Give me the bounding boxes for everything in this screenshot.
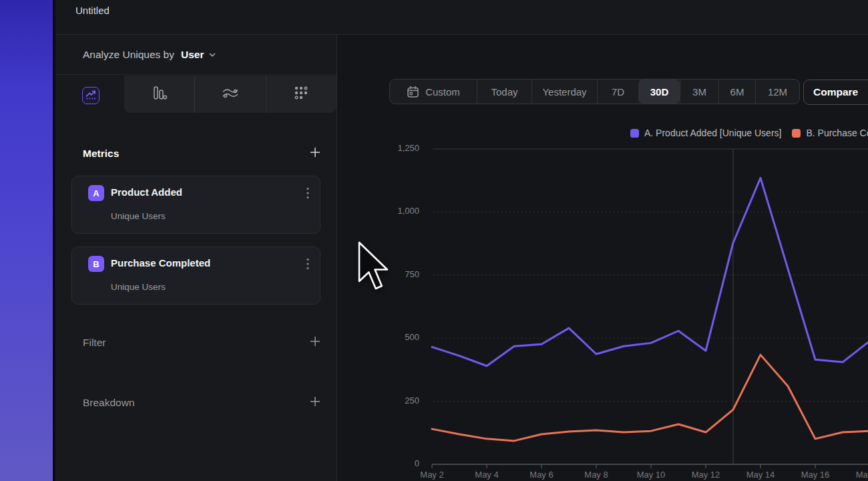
range-button-custom[interactable]: Custom [390,79,477,104]
range-label: 6M [730,86,744,98]
flow-icon [222,85,239,104]
range-button-6m[interactable]: 6M [718,79,755,104]
kebab-menu-icon[interactable] [306,258,309,270]
chart-type-tab-group [124,75,337,113]
range-label: 7D [612,86,624,98]
add-metric-button[interactable] [310,147,320,160]
breakdown-label: Breakdown [83,397,135,409]
legend-item[interactable]: A. Product Added [Unique Users] [630,128,781,138]
tab-grid[interactable] [266,75,337,113]
metric-subtitle: Unique Users [111,211,166,221]
x-axis-label: May 14 [740,470,781,480]
legend-swatch [792,129,801,138]
filter-label: Filter [83,337,105,349]
y-axis-label: 0 [371,458,419,468]
breakdown-section-header: Breakdown [55,393,337,412]
range-label: 12M [768,86,787,98]
x-axis-label: May 4 [467,470,507,480]
tab-bar-chart[interactable] [124,75,194,113]
add-filter-button[interactable] [310,336,320,349]
metric-title: Product Added [111,186,182,198]
metrics-section-header: Metrics [55,144,337,163]
range-button-today[interactable]: Today [477,79,531,104]
kebab-menu-icon[interactable] [306,187,309,199]
x-axis-label: May 8 [576,470,616,480]
brand-gradient-rail [0,0,55,481]
chart-legend: A. Product Added [Unique Users]B. Purcha… [630,128,868,138]
y-axis-label: 1,250 [371,143,419,153]
y-axis-label: 500 [371,332,419,342]
range-label: Today [491,86,517,98]
x-axis-label: May 6 [521,470,562,480]
metric-title: Purchase Completed [111,257,210,269]
y-axis-label: 1,000 [371,206,419,216]
analyze-by-label: Analyze Uniques by [83,49,174,61]
grid-dots-icon [294,86,308,103]
metric-badge-b: B [88,256,104,272]
metric-badge-a: A [88,185,104,201]
line-chart-icon [85,88,97,103]
y-axis-label: 250 [371,395,419,406]
x-axis-label: May 16 [795,470,835,480]
x-axis-label: May 18 [850,470,868,480]
metrics-label: Metrics [83,148,119,160]
legend-item[interactable]: B. Purchase Completed [Unique Users] [792,128,868,138]
legend-label: B. Purchase Completed [Unique Users] [806,128,868,138]
bar-chart-icon [152,85,168,104]
chevron-down-icon[interactable] [208,51,216,59]
tab-flow[interactable] [194,75,265,113]
range-button-yesterday[interactable]: Yesterday [531,79,597,104]
range-label: 3M [692,86,706,98]
sidebar: Analyze Uniques by User [55,35,337,481]
range-label: Custom [425,86,460,98]
analyze-by-value[interactable]: User [181,49,204,61]
range-button-3m[interactable]: 3M [680,79,718,104]
metric-card-b[interactable]: B Purchase Completed Unique Users [71,247,320,305]
add-breakdown-button[interactable] [310,396,320,410]
range-label: 30D [650,86,669,98]
chart-type-tabs [55,75,337,113]
legend-label: A. Product Added [Unique Users] [644,128,781,138]
top-bar: Untitled [55,0,868,35]
tab-line-chart[interactable] [82,87,99,104]
range-button-12m[interactable]: 12M [755,79,799,104]
y-axis-label: 750 [371,269,419,279]
x-axis-label: May 12 [686,470,726,480]
metric-card-a[interactable]: A Product Added Unique Users [71,176,320,234]
page-title: Untitled [75,5,110,16]
range-label: Yesterday [542,86,586,98]
metric-subtitle: Unique Users [111,282,166,292]
x-axis-label: May 2 [412,470,452,480]
filter-section-header: Filter [55,333,337,352]
x-axis-label: May 10 [631,470,671,480]
legend-swatch [630,129,639,138]
range-button-7d[interactable]: 7D [597,79,638,104]
compare-button[interactable]: Compare [803,79,868,105]
range-button-30d[interactable]: 30D [638,79,680,104]
analyze-by-row: Analyze Uniques by User [55,35,337,75]
date-range-selector: CustomTodayYesterday7D30D3M6M12M [389,79,800,104]
calendar-icon [407,86,419,98]
